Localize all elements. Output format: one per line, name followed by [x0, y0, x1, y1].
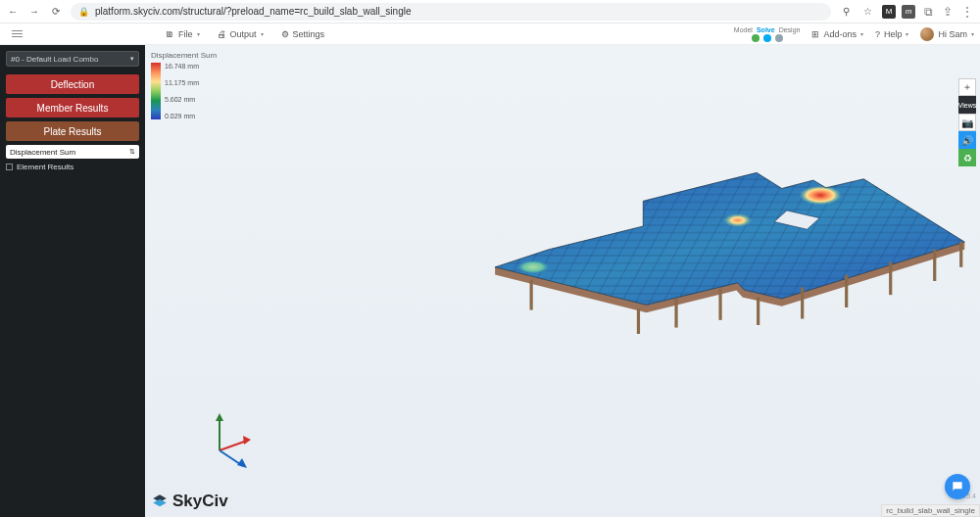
axis-triad: [200, 411, 259, 470]
mode-solve: Solve: [757, 26, 775, 33]
user-menu[interactable]: Hi Sam ▾: [920, 27, 974, 41]
gear-icon: ⚙: [281, 29, 289, 39]
svg-rect-5: [674, 299, 677, 328]
svg-rect-3: [530, 280, 533, 310]
logo-icon: [151, 493, 169, 510]
slab-render: [359, 141, 980, 448]
load-combo-value: #0 - Default Load Combo: [11, 55, 98, 64]
mode-model: Model: [734, 26, 753, 33]
load-combo-select[interactable]: #0 - Default Load Combo ▾: [6, 51, 139, 67]
addons-icon: ⊞: [811, 29, 819, 39]
svg-marker-16: [243, 436, 251, 445]
svg-rect-10: [889, 262, 892, 295]
help-menu[interactable]: ? Help ▾: [875, 29, 909, 39]
legend-tick: 5.602 mm: [165, 96, 199, 103]
user-label: Hi Sam: [938, 29, 967, 39]
chat-icon: [951, 480, 964, 494]
extensions: M m ⧉ ⇪ ⋮: [882, 5, 974, 19]
zoom-extents-button[interactable]: ＋: [958, 78, 976, 96]
svg-point-1: [678, 201, 798, 258]
mode-design: Design: [779, 26, 801, 33]
extension-icon[interactable]: M: [882, 5, 896, 19]
mode-dot: [763, 34, 771, 42]
extension-icon[interactable]: m: [902, 5, 915, 19]
chevron-down-icon: ▾: [971, 30, 974, 37]
chevron-down-icon: ▾: [197, 30, 200, 37]
svg-rect-9: [845, 275, 848, 307]
screenshot-button[interactable]: 📷: [958, 114, 976, 131]
chevron-down-icon: ▾: [130, 55, 134, 63]
views-button[interactable]: Views: [958, 96, 976, 114]
member-results-button[interactable]: Member Results: [6, 98, 139, 118]
legend-title: Displacement Sum: [151, 51, 217, 60]
browser-chrome: ← → ⟳ 🔒 platform.skyciv.com/structural/?…: [0, 0, 980, 24]
legend-tick: 16.748 mm: [165, 63, 199, 70]
help-label: Help: [884, 29, 903, 39]
checkbox-icon: [6, 164, 13, 170]
reload-button[interactable]: ⟳: [49, 6, 63, 17]
file-menu[interactable]: 🗎 File ▾: [166, 29, 200, 39]
svg-rect-6: [718, 289, 721, 320]
legend-tick: 11.175 mm: [165, 79, 199, 86]
search-icon[interactable]: ⚲: [839, 6, 853, 17]
settings-menu[interactable]: ⚙ Settings: [281, 29, 325, 39]
output-menu[interactable]: 🖨 Output ▾: [218, 29, 264, 39]
display-type-value: Displacement Sum: [10, 148, 75, 157]
legend-tick: 0.029 mm: [165, 113, 199, 119]
svg-rect-7: [757, 298, 760, 325]
app-toolbar: 🗎 File ▾ 🖨 Output ▾ ⚙ Settings Model Sol…: [0, 24, 980, 45]
lock-icon: 🔒: [78, 7, 89, 17]
back-button[interactable]: ←: [6, 6, 20, 17]
svg-rect-12: [959, 242, 962, 267]
addons-menu[interactable]: ⊞ Add-ons ▾: [811, 29, 863, 39]
deflection-button[interactable]: Deflection: [6, 74, 139, 94]
legend-colorbar: [151, 63, 161, 119]
chat-button[interactable]: [945, 474, 970, 499]
plate-results-button[interactable]: Plate Results: [6, 121, 139, 141]
display-type-select[interactable]: Displacement Sum ⇅: [6, 145, 139, 159]
mode-dot: [752, 34, 760, 42]
settings-label: Settings: [293, 29, 325, 39]
output-label: Output: [230, 29, 257, 39]
url-bar[interactable]: 🔒 platform.skyciv.com/structural/?preloa…: [71, 3, 831, 21]
skyciv-logo: SkyCiv: [151, 492, 228, 511]
logo-text: SkyCiv: [172, 492, 228, 511]
extension-icon[interactable]: ⇪: [941, 5, 955, 19]
file-icon: 🗎: [166, 29, 174, 39]
element-results-checkbox[interactable]: Element Results: [6, 163, 139, 171]
3d-viewport[interactable]: Displacement Sum 16.748 mm 11.175 mm 5.6…: [145, 45, 980, 517]
chevron-down-icon: ▾: [261, 30, 264, 37]
svg-rect-8: [801, 287, 804, 318]
chevron-down-icon: ▾: [860, 30, 863, 37]
bookmark-star-icon[interactable]: ☆: [860, 6, 874, 17]
forward-button[interactable]: →: [27, 6, 41, 17]
svg-marker-18: [237, 458, 247, 468]
element-results-label: Element Results: [17, 163, 74, 171]
avatar: [920, 27, 934, 41]
file-label: File: [178, 29, 193, 39]
results-sidebar: #0 - Default Load Combo ▾ Deflection Mem…: [0, 45, 145, 517]
addons-label: Add-ons: [823, 29, 857, 39]
help-icon: ?: [875, 29, 880, 39]
mode-dot: [775, 34, 783, 42]
svg-rect-4: [637, 308, 640, 334]
chevron-down-icon: ▾: [906, 30, 908, 37]
output-icon: 🖨: [218, 29, 226, 39]
color-legend: Displacement Sum 16.748 mm 11.175 mm 5.6…: [151, 51, 217, 119]
svg-line-15: [220, 441, 247, 450]
svg-marker-14: [216, 413, 223, 421]
extension-icon[interactable]: ⧉: [921, 5, 935, 19]
mode-switch[interactable]: Model Solve Design: [734, 26, 801, 42]
overflow-menu-icon[interactable]: ⋮: [960, 5, 974, 19]
slab-contour: [359, 141, 980, 343]
svg-rect-11: [933, 250, 936, 281]
hamburger-icon[interactable]: [12, 28, 23, 39]
chevron-up-down-icon: ⇅: [129, 148, 135, 156]
url-text: platform.skyciv.com/structural/?preload_…: [95, 6, 411, 17]
file-tag: rc_build_slab_wall_single: [881, 504, 980, 517]
